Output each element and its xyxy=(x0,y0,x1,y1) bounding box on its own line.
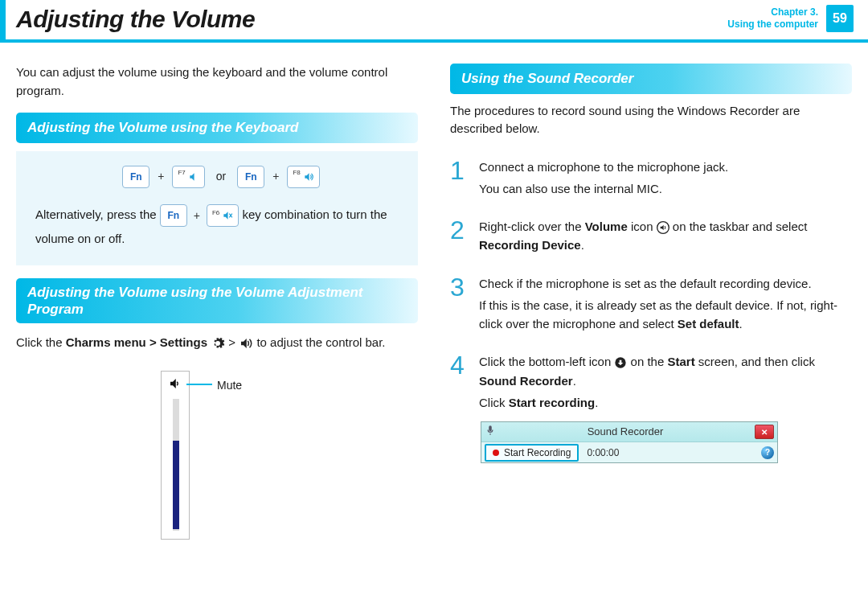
fn-key-3: Fn xyxy=(160,204,187,227)
window-title: Sound Recorder xyxy=(496,424,755,440)
step-4: 4 Click the bottom-left icon on the Star… xyxy=(450,352,852,412)
chapter-line-1: Chapter 3. xyxy=(727,6,818,18)
title-accent xyxy=(0,0,6,39)
mute-label: Mute xyxy=(217,377,242,394)
fn-key: Fn xyxy=(122,166,149,188)
title-rule xyxy=(0,39,868,43)
fn-key-2: Fn xyxy=(237,166,264,188)
chapter-line-2: Using the computer xyxy=(727,18,818,31)
speaker-icon xyxy=(168,376,182,391)
step-2: 2 Right-click over the Volume icon on th… xyxy=(450,217,852,255)
f6-key: F6 xyxy=(207,204,239,227)
recorder-intro: The procedures to record sound using the… xyxy=(450,102,852,138)
step-3: 3 Check if the microphone is set as the … xyxy=(450,274,852,334)
volume-down-icon xyxy=(188,171,199,183)
section-keyboard-title: Adjusting the Volume using the Keyboard xyxy=(16,113,418,143)
step-1: 1 Connect a microphone to the microphone… xyxy=(450,158,852,199)
f8-key: F8 xyxy=(287,166,319,188)
section-recorder-title: Using the Sound Recorder xyxy=(450,64,852,94)
left-column: You can adjust the volume using the keyb… xyxy=(16,64,418,540)
plus-sign-2: + xyxy=(271,168,280,185)
volume-up-icon xyxy=(303,171,314,183)
taskbar-volume-icon xyxy=(657,221,669,234)
f7-key: F7 xyxy=(172,166,204,188)
record-icon xyxy=(493,450,499,456)
section-program-title: Adjusting the Volume using the Volume Ad… xyxy=(16,278,418,324)
or-label: or xyxy=(216,168,226,185)
page-number: 59 xyxy=(826,5,854,32)
keyboard-box: Fn + F7 or Fn + F8 Alternatively, press … xyxy=(16,151,418,265)
recording-time: 0:00:00 xyxy=(587,446,619,460)
header-right: Chapter 3. Using the computer 59 xyxy=(727,5,854,32)
right-column: Using the Sound Recorder The procedures … xyxy=(450,64,852,540)
mute-icon xyxy=(222,210,233,221)
intro-text: You can adjust the volume using the keyb… xyxy=(16,64,418,100)
key-combo-row: Fn + F7 or Fn + F8 xyxy=(35,166,407,188)
titlebar: Sound Recorder ✕ xyxy=(481,422,777,441)
alt-text: Alternatively, press the Fn + F6 key com… xyxy=(35,203,407,251)
down-arrow-circle-icon xyxy=(614,356,627,369)
sound-recorder-window: Sound Recorder ✕ Start Recording 0:00:00… xyxy=(481,421,778,463)
settings-icon xyxy=(211,336,225,351)
volume-slider-illustration: Mute xyxy=(161,371,273,540)
charms-text: Click the Charms menu > Settings > to ad… xyxy=(16,331,418,355)
toolbar: Start Recording 0:00:00 ? xyxy=(481,441,777,462)
start-recording-button[interactable]: Start Recording xyxy=(485,444,579,462)
close-button[interactable]: ✕ xyxy=(755,425,774,439)
volume-icon xyxy=(239,336,253,351)
help-button[interactable]: ? xyxy=(761,446,774,459)
plus-sign: + xyxy=(156,168,166,185)
microphone-icon xyxy=(485,425,496,440)
